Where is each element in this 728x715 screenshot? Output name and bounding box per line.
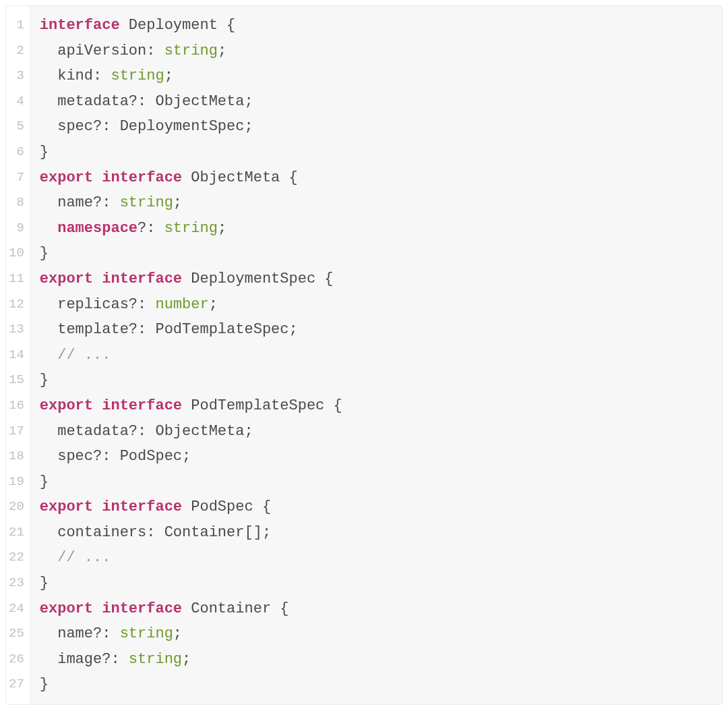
token-pn [182, 600, 191, 617]
token-nm: apiVersion [57, 42, 146, 59]
token-pn: ; [182, 448, 191, 465]
token-nm: kind [57, 67, 93, 84]
token-nm: PodSpec [120, 448, 182, 465]
line-number: 2 [9, 38, 26, 64]
line-number: 13 [9, 317, 26, 343]
code-line: export interface PodTemplateSpec { [40, 393, 711, 419]
token-pn: ?: [138, 220, 164, 237]
token-nm: containers [57, 524, 146, 541]
token-pn [40, 524, 57, 541]
token-opt: namespace [57, 220, 138, 237]
code-line: } [40, 368, 711, 393]
token-pn [40, 448, 57, 465]
line-number: 5 [9, 114, 26, 140]
token-pn: ; [164, 67, 173, 84]
token-pn: ; [218, 220, 226, 237]
token-pn: } [40, 144, 49, 161]
token-nm: ObjectMeta [155, 423, 244, 440]
line-number: 3 [9, 63, 26, 89]
token-nm: metadata [57, 423, 129, 440]
code-line: replicas?: number; [40, 292, 711, 318]
token-pn: ; [173, 194, 182, 211]
line-number: 16 [9, 393, 26, 419]
token-pn [182, 270, 191, 287]
token-pn: } [40, 676, 49, 693]
token-pn: ; [289, 321, 298, 338]
token-pn [40, 549, 57, 566]
line-number: 8 [9, 190, 26, 216]
code-line: export interface PodSpec { [40, 494, 711, 520]
token-pn [120, 17, 129, 34]
token-pn [40, 93, 57, 110]
token-pn [93, 498, 102, 515]
token-pn: ; [173, 625, 182, 642]
token-pn [40, 67, 57, 84]
token-cm: // ... [57, 347, 111, 364]
token-pn: ?: [93, 194, 120, 211]
token-kw: export [40, 397, 93, 414]
token-pn: ; [244, 118, 253, 135]
token-pn: ?: [129, 93, 156, 110]
code-content[interactable]: interface Deployment { apiVersion: strin… [30, 6, 722, 704]
token-typ: number [155, 296, 208, 313]
token-pn: : [93, 67, 111, 84]
line-number: 22 [9, 545, 26, 571]
token-pn: ?: [102, 651, 129, 668]
code-line: containers: Container[]; [40, 520, 711, 546]
token-pn [93, 270, 102, 287]
token-pn [40, 296, 57, 313]
token-pn [182, 169, 191, 186]
token-kw: export [40, 600, 93, 617]
code-line: export interface ObjectMeta { [40, 165, 711, 191]
token-nm: DeploymentSpec [191, 270, 315, 287]
token-pn: } [40, 245, 49, 262]
line-number: 7 [9, 165, 26, 191]
token-nm: spec [57, 448, 93, 465]
token-kw: interface [102, 498, 182, 515]
token-nm: metadata [57, 93, 129, 110]
code-line: apiVersion: string; [40, 38, 711, 64]
code-line: } [40, 469, 711, 495]
token-nm: replicas [57, 296, 129, 313]
token-nm: name [57, 625, 93, 642]
line-number: 1 [9, 13, 26, 38]
token-pn [40, 42, 57, 59]
line-number: 11 [9, 266, 26, 292]
code-line: export interface DeploymentSpec { [40, 266, 711, 292]
line-number: 15 [9, 368, 26, 393]
line-number: 20 [9, 494, 26, 520]
token-nm: template [57, 321, 129, 338]
token-pn: ; [244, 93, 253, 110]
line-number: 4 [9, 89, 26, 115]
token-typ: string [120, 625, 173, 642]
code-line: spec?: PodSpec; [40, 444, 711, 469]
token-pn: ; [182, 651, 191, 668]
code-line: template?: PodTemplateSpec; [40, 317, 711, 343]
line-number: 14 [9, 343, 26, 368]
line-number: 25 [9, 621, 26, 647]
token-cm: // ... [57, 549, 111, 566]
code-line: } [40, 672, 711, 697]
token-pn: ; [209, 296, 218, 313]
code-line: namespace?: string; [40, 216, 711, 241]
line-number: 21 [9, 520, 26, 546]
code-line: export interface Container { [40, 596, 711, 622]
line-number: 24 [9, 596, 26, 622]
code-line: name?: string; [40, 621, 711, 647]
token-typ: string [164, 220, 218, 237]
token-pn: } [40, 575, 49, 592]
token-pn: ?: [93, 448, 120, 465]
token-nm: spec [57, 118, 93, 135]
token-typ: string [129, 651, 182, 668]
token-kw: interface [102, 600, 182, 617]
token-pn [40, 347, 57, 364]
code-line: } [40, 140, 711, 165]
code-line: interface Deployment { [40, 13, 711, 38]
token-pn: : [146, 524, 164, 541]
token-pn: []; [244, 524, 271, 541]
token-kw: interface [102, 169, 182, 186]
token-pn: ?: [129, 423, 156, 440]
token-pn: } [40, 372, 49, 389]
token-pn [182, 397, 191, 414]
code-line: metadata?: ObjectMeta; [40, 419, 711, 445]
